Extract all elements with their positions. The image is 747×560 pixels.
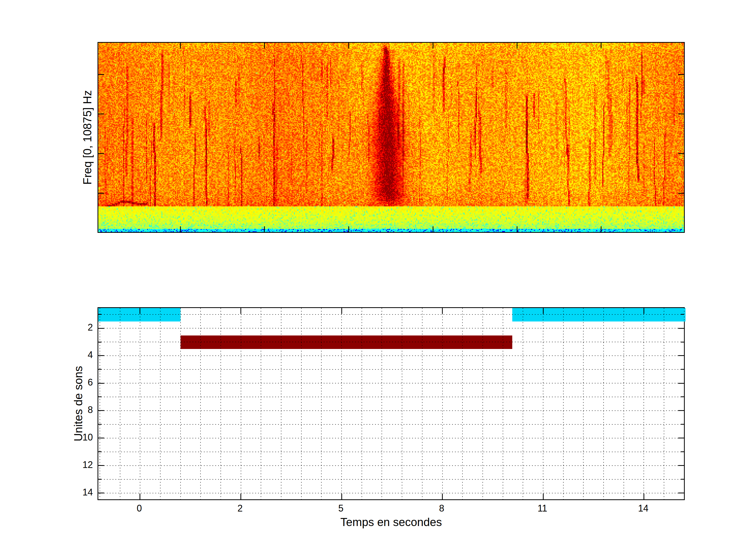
- axis-tick: [98, 314, 101, 315]
- axis-tick: [139, 494, 140, 499]
- axis-tick: [98, 383, 104, 384]
- axis-tick: [678, 410, 684, 411]
- gridline: [483, 308, 483, 500]
- axis-tick: [98, 153, 104, 154]
- units-plot: [98, 307, 685, 500]
- units-y-axis-label: Unites de sons: [72, 326, 86, 481]
- y-tick-label: 8: [69, 405, 93, 415]
- axis-tick: [681, 342, 684, 343]
- axis-tick: [517, 226, 517, 232]
- axis-tick: [678, 465, 684, 466]
- axis-tick: [139, 308, 140, 314]
- axis-tick: [98, 74, 104, 75]
- axis-tick: [644, 494, 644, 499]
- axis-tick: [240, 308, 241, 314]
- axis-tick: [240, 494, 241, 499]
- gridline: [98, 493, 685, 494]
- axis-tick: [543, 308, 544, 314]
- gridline: [241, 308, 241, 500]
- gridline: [442, 308, 443, 500]
- axis-tick: [681, 396, 684, 397]
- gridline: [583, 308, 584, 500]
- time-x-axis-label: Temps en secondes: [98, 516, 685, 529]
- axis-tick: [98, 410, 104, 411]
- sound-unit-1-segment-a: [98, 308, 181, 321]
- y-tick-label: 14: [69, 487, 93, 498]
- gridline: [362, 308, 362, 500]
- axis-tick: [433, 43, 433, 49]
- x-tick-label: 8: [426, 503, 457, 514]
- axis-tick: [98, 424, 101, 425]
- figure-canvas: Freq [0, 10875] Hz Unites de sons Temps …: [0, 0, 747, 560]
- y-tick-label: 4: [69, 350, 93, 360]
- axis-tick: [678, 328, 684, 329]
- y-tick-label: 12: [69, 460, 93, 470]
- gridline: [684, 308, 685, 500]
- gridline: [120, 308, 120, 500]
- gridline: [98, 438, 685, 438]
- gridline: [523, 308, 523, 500]
- axis-tick: [98, 369, 101, 370]
- gridline: [98, 410, 685, 411]
- x-tick-label: 5: [325, 503, 356, 514]
- axis-tick: [442, 308, 443, 314]
- gridline: [422, 308, 422, 500]
- gridline: [200, 308, 201, 500]
- spectrogram-y-axis-label: Freq [0, 10875] Hz: [81, 60, 96, 215]
- axis-tick: [98, 193, 104, 194]
- gridline: [98, 328, 685, 328]
- axis-tick: [341, 494, 342, 499]
- gridline: [160, 308, 160, 500]
- gridline: [281, 308, 281, 500]
- spectrogram-plot: [98, 42, 685, 233]
- gridline: [603, 308, 604, 500]
- axis-tick: [180, 43, 181, 49]
- axis-tick: [98, 479, 101, 480]
- axis-tick: [98, 437, 104, 438]
- gridline: [664, 308, 664, 500]
- axis-tick: [644, 308, 644, 314]
- axis-tick: [681, 451, 684, 452]
- sound-unit-1-segment-b: [512, 308, 686, 321]
- axis-tick: [678, 492, 684, 494]
- axis-tick: [681, 369, 684, 370]
- gridline: [98, 383, 685, 383]
- axis-tick: [341, 308, 342, 314]
- gridline: [382, 308, 382, 500]
- axis-tick: [98, 465, 104, 466]
- gridline: [98, 369, 685, 370]
- x-tick-label: 2: [224, 503, 256, 514]
- gridline: [321, 308, 321, 500]
- y-tick-label: 10: [69, 432, 93, 443]
- gridline: [623, 308, 624, 500]
- axis-tick: [678, 193, 684, 194]
- axis-tick: [348, 226, 349, 232]
- x-tick-label: 0: [124, 503, 155, 514]
- axis-tick: [681, 479, 684, 480]
- axis-tick: [678, 74, 684, 75]
- gridline: [543, 308, 543, 500]
- spectrogram-image: [98, 43, 684, 232]
- axis-tick: [98, 355, 104, 356]
- gridline: [221, 308, 221, 500]
- axis-tick: [433, 226, 433, 232]
- axis-tick: [98, 492, 104, 494]
- gridline: [180, 308, 181, 500]
- axis-tick: [517, 43, 517, 49]
- gridline: [98, 479, 685, 480]
- gridline: [402, 308, 402, 500]
- gridline: [98, 465, 685, 466]
- axis-tick: [601, 226, 601, 232]
- axis-tick: [678, 383, 684, 384]
- axis-tick: [678, 355, 684, 356]
- y-tick-label: 2: [69, 322, 93, 332]
- axis-tick: [678, 113, 684, 114]
- axis-tick: [678, 437, 684, 438]
- gridline: [503, 308, 503, 500]
- axis-tick: [601, 43, 601, 49]
- gridline: [140, 308, 140, 500]
- axis-tick: [681, 424, 684, 425]
- axis-tick: [264, 43, 265, 49]
- gridline: [563, 308, 564, 500]
- axis-tick: [681, 314, 684, 315]
